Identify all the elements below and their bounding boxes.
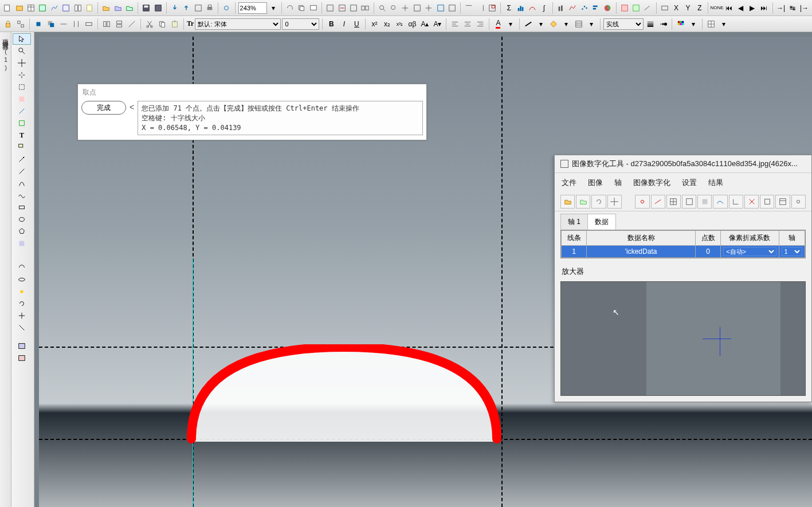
- batch-import-icon[interactable]: [193, 2, 203, 14]
- prev-icon[interactable]: ◀: [735, 2, 746, 14]
- last-icon[interactable]: ⏭: [759, 2, 769, 14]
- first-icon[interactable]: ⏮: [724, 2, 734, 14]
- dig-axis-icon[interactable]: [729, 195, 743, 209]
- curve-tool-icon[interactable]: [13, 178, 31, 189]
- col-factor[interactable]: 像素折减系数: [721, 231, 779, 246]
- new-notes-icon[interactable]: [84, 2, 95, 14]
- unmask-icon[interactable]: [631, 2, 641, 14]
- merge-icon[interactable]: [360, 2, 370, 14]
- cell-dataname[interactable]: [587, 246, 696, 258]
- x-label-icon[interactable]: X: [671, 2, 681, 14]
- insert-obj-tool-icon[interactable]: [13, 352, 31, 364]
- dig-crosshair-icon[interactable]: [607, 195, 622, 209]
- bar-plot-icon[interactable]: [591, 2, 601, 14]
- bold-icon[interactable]: B: [325, 18, 337, 30]
- freehand-tool-icon[interactable]: [13, 190, 31, 201]
- region-tool-icon[interactable]: [13, 117, 31, 129]
- uniform-height-icon[interactable]: [113, 18, 125, 30]
- draw-tool-icon[interactable]: [13, 105, 31, 117]
- new-matrix-icon[interactable]: [61, 2, 71, 14]
- cell-factor[interactable]: <自动>: [721, 246, 779, 258]
- col-line[interactable]: 线条: [562, 231, 587, 246]
- dataname-input[interactable]: [589, 247, 693, 256]
- dig-export-icon[interactable]: [760, 195, 774, 209]
- line-tool-icon[interactable]: [13, 166, 31, 177]
- supersub-icon[interactable]: x²₂: [394, 18, 405, 30]
- axis-select[interactable]: 1: [782, 247, 802, 256]
- col-points[interactable]: 点数: [695, 231, 720, 246]
- paste-icon[interactable]: [169, 18, 181, 30]
- italic-icon[interactable]: I: [338, 18, 350, 30]
- add-top-x-icon[interactable]: [464, 2, 474, 14]
- new-layout-icon[interactable]: [72, 2, 83, 14]
- zoom-input[interactable]: [238, 2, 267, 14]
- digitizer-titlebar[interactable]: 图像数字化工具 - d273a29005b0fa5a3084c1110e8d35…: [555, 155, 811, 173]
- set-end-icon[interactable]: |→: [799, 2, 809, 14]
- add-inset-icon[interactable]: [487, 2, 497, 14]
- resize-tool-icon[interactable]: [13, 322, 31, 333]
- uniform-width-icon[interactable]: [101, 18, 112, 30]
- slideshow-icon[interactable]: [308, 2, 319, 14]
- copy-icon[interactable]: [156, 18, 168, 30]
- menu-file[interactable]: 文件: [562, 178, 576, 188]
- table-dropdown-icon[interactable]: ▾: [718, 18, 729, 30]
- back-icon[interactable]: [45, 18, 57, 30]
- insert-img-tool-icon[interactable]: [13, 340, 31, 352]
- line-width-icon[interactable]: [645, 18, 656, 30]
- reader-tool-icon[interactable]: [13, 57, 31, 69]
- dig-grid2-icon[interactable]: [682, 195, 696, 209]
- tab-data[interactable]: 数据: [587, 214, 616, 230]
- pan-icon[interactable]: [400, 2, 410, 14]
- data-reader-icon[interactable]: [423, 2, 434, 14]
- data-cursor-tool-icon[interactable]: [13, 69, 31, 81]
- tab-axis1[interactable]: 轴 1: [560, 214, 588, 230]
- mask-tool-icon[interactable]: [13, 93, 31, 105]
- menu-axis[interactable]: 轴: [614, 178, 622, 188]
- dig-pick-point-icon[interactable]: [635, 195, 649, 209]
- z-label-icon[interactable]: Z: [695, 2, 705, 14]
- cell-line[interactable]: 1: [562, 246, 587, 258]
- rescale-icon[interactable]: [412, 2, 422, 14]
- cell-points[interactable]: 0: [695, 246, 720, 258]
- menu-settings[interactable]: 设置: [682, 178, 697, 188]
- dig-area-icon[interactable]: [697, 195, 712, 209]
- distribute-icon[interactable]: [70, 18, 82, 30]
- new-layer-icon[interactable]: [325, 2, 335, 14]
- open-icon[interactable]: [101, 2, 111, 14]
- line-color-dropdown-icon[interactable]: ▾: [535, 18, 547, 30]
- pointer-tool-icon[interactable]: [13, 33, 31, 45]
- set-begin-icon[interactable]: →|: [775, 2, 786, 14]
- font-increase-icon[interactable]: A▴: [419, 18, 430, 30]
- 3d-rotate-tool-icon[interactable]: [13, 274, 31, 285]
- annotation-tool-icon[interactable]: [13, 142, 31, 153]
- palette-icon[interactable]: [675, 18, 687, 30]
- screen-reader-icon[interactable]: [435, 2, 445, 14]
- col-dataname[interactable]: 数据名称: [587, 231, 696, 246]
- data-selector-icon[interactable]: [447, 2, 457, 14]
- font-color-icon[interactable]: A: [492, 18, 504, 30]
- line-style-select[interactable]: 实线: [603, 18, 644, 30]
- polygon-tool-icon[interactable]: [13, 226, 31, 237]
- stats-icon[interactable]: [516, 2, 526, 14]
- add-right-y-icon[interactable]: [475, 2, 485, 14]
- fit-icon[interactable]: [527, 2, 538, 14]
- extract-icon[interactable]: [348, 2, 359, 14]
- zoom-in-icon[interactable]: [376, 2, 387, 14]
- dig-settings-icon[interactable]: [791, 195, 806, 209]
- underline-icon[interactable]: U: [351, 18, 362, 30]
- pie-plot-icon[interactable]: [602, 2, 613, 14]
- pattern-icon[interactable]: [573, 18, 585, 30]
- line-color-icon[interactable]: [523, 18, 534, 30]
- menu-results[interactable]: 结果: [708, 178, 723, 188]
- draw-data-icon[interactable]: [642, 2, 653, 14]
- dig-open-icon[interactable]: [560, 195, 575, 209]
- mask-icon[interactable]: [619, 2, 629, 14]
- new-graph-icon[interactable]: [49, 2, 60, 14]
- next-icon[interactable]: ▶: [747, 2, 758, 14]
- dig-grid-icon[interactable]: [666, 195, 681, 209]
- save-template-icon[interactable]: [153, 2, 163, 14]
- font-select[interactable]: 默认: 宋体: [195, 18, 281, 30]
- y-label-icon[interactable]: Y: [682, 2, 693, 14]
- greek-icon[interactable]: αβ: [406, 18, 418, 30]
- region-fill-tool-icon[interactable]: [13, 238, 31, 249]
